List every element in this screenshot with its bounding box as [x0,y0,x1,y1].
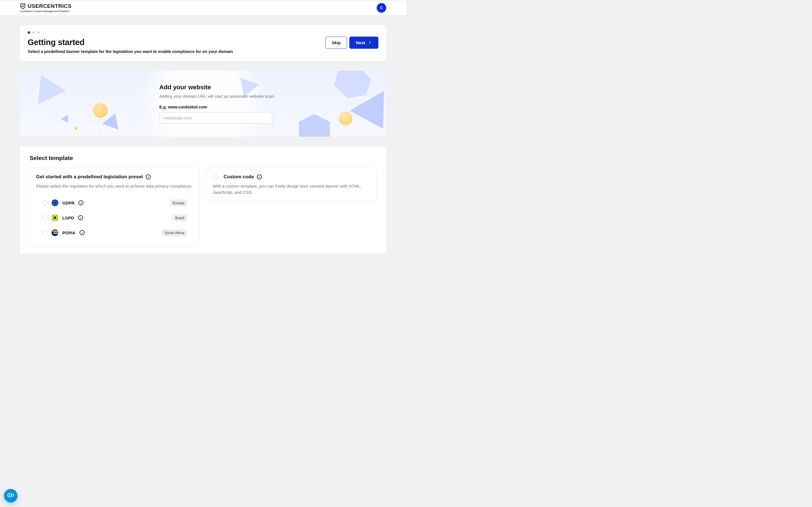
regulation-name: POPIA [62,230,75,235]
info-icon[interactable]: i [146,174,151,179]
regulation-name: GDPR [62,201,74,205]
brand: USERCENTRICS Cookiebot Consent Managemen… [20,3,71,13]
region-badge: Europe [170,200,187,207]
info-icon[interactable]: i [80,230,85,235]
select-template-title: Select template [30,155,376,161]
flag-eu-icon [52,200,58,206]
domain-input-label: E.g. www.cookiebot.com [159,105,275,109]
step-dot-1 [28,31,30,34]
preset-panel-desc: Please select the regulation for which y… [36,183,193,189]
flag-brazil-icon [52,214,58,221]
hero-title: Add your website [159,83,275,91]
flag-south-africa-icon [52,229,58,236]
info-icon[interactable]: i [78,215,83,220]
info-icon[interactable]: i [79,200,84,205]
regulation-option-gdpr[interactable]: GDPR i Europe [36,195,193,210]
add-website-hero: Add your website Adding your domain URL … [20,71,386,136]
wizard-header: Getting started Select a predefined bann… [20,25,386,61]
radio-gdpr[interactable] [42,200,48,206]
next-button[interactable]: Next [349,37,378,49]
skip-button[interactable]: Skip [325,37,347,49]
preset-panel: Get started with a predefined legislatio… [30,168,200,247]
page-subtitle: Select a predefined banner template for … [28,49,233,54]
radio-popia[interactable] [42,230,48,235]
regulation-option-popia[interactable]: POPIA i South Africa [36,225,193,240]
select-template-section: Select template Get started with a prede… [20,146,386,253]
custom-code-panel[interactable]: Custom code i With a custom template, yo… [206,168,376,202]
chevron-right-icon [368,41,372,45]
regulation-name: LGPD [62,216,74,220]
preset-panel-title: Get started with a predefined legislatio… [36,174,143,180]
hero-subtitle: Adding your domain URL will start an aut… [159,94,275,99]
regulation-option-lgpd[interactable]: LGPD i Brazil [36,210,193,225]
custom-panel-desc: With a custom template, you can freely d… [213,183,370,195]
topbar: USERCENTRICS Cookiebot Consent Managemen… [0,0,406,15]
page-title: Getting started [28,38,233,47]
radio-lgpd[interactable] [42,215,48,221]
step-dot-2 [33,31,35,34]
region-badge: South Africa [162,229,187,236]
radio-custom[interactable] [213,174,218,180]
region-badge: Brazil [172,214,187,221]
brand-subtitle: Cookiebot Consent Management Platform [20,10,71,13]
custom-panel-title: Custom code [223,174,254,180]
skip-button-label: Skip [332,40,341,45]
step-dot-3 [37,31,40,34]
next-button-label: Next [356,40,365,45]
domain-input[interactable] [159,112,272,124]
info-icon[interactable]: i [257,174,262,179]
brand-word: USERCENTRICS [28,3,71,9]
shield-icon [20,3,26,9]
avatar[interactable]: C [377,3,386,13]
step-dots [28,31,233,34]
